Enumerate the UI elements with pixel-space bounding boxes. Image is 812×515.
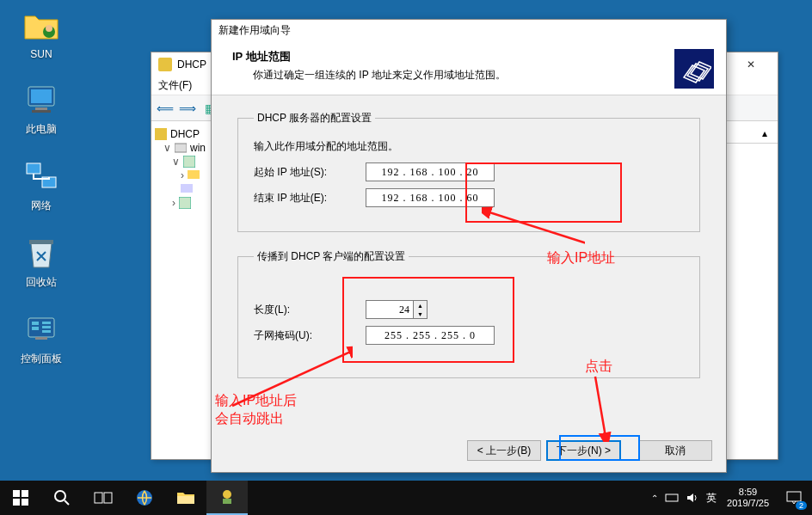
svg-rect-4 bbox=[35, 107, 47, 110]
svg-rect-8 bbox=[29, 240, 53, 244]
server-settings-group: DHCP 服务器的配置设置 输入此作用域分配的地址范围。 起始 IP 地址(S)… bbox=[237, 111, 700, 232]
cancel-button[interactable]: 取消 bbox=[638, 440, 712, 461]
folder-icon bbox=[176, 490, 195, 506]
svg-rect-3 bbox=[31, 89, 52, 103]
svg-rect-32 bbox=[104, 493, 112, 503]
svg-line-30 bbox=[65, 500, 69, 505]
tree-node-leaf1[interactable]: › bbox=[181, 169, 207, 181]
start-button[interactable] bbox=[0, 481, 41, 515]
app-icon bbox=[218, 487, 237, 506]
task-view-icon bbox=[94, 490, 113, 506]
scope-icon bbox=[183, 156, 195, 168]
back-button[interactable]: < 上一步(B) bbox=[467, 440, 541, 461]
wizard-footer: < 上一步(B) 下一步(N) > 取消 bbox=[212, 429, 726, 472]
svg-rect-25 bbox=[13, 490, 20, 497]
notification-badge: 2 bbox=[796, 501, 807, 510]
svg-rect-15 bbox=[35, 337, 47, 340]
action-center-button[interactable]: 2 bbox=[776, 481, 812, 515]
length-spinner[interactable]: ▲▼ bbox=[366, 300, 428, 319]
svg-point-29 bbox=[55, 491, 65, 501]
recycle-bin-icon bbox=[23, 236, 59, 272]
svg-rect-18 bbox=[183, 156, 195, 168]
tree-node-leaf2[interactable] bbox=[181, 183, 207, 195]
wizard-body: DHCP 服务器的配置设置 输入此作用域分配的地址范围。 起始 IP 地址(S)… bbox=[212, 95, 726, 438]
windows-icon bbox=[13, 490, 28, 506]
length-input[interactable] bbox=[366, 300, 414, 319]
wizard-header: IP 地址范围 你通过确定一组连续的 IP 地址来定义作用域地址范围。 bbox=[212, 40, 726, 95]
svg-rect-36 bbox=[223, 499, 231, 504]
svg-rect-38 bbox=[787, 492, 801, 501]
svg-rect-10 bbox=[32, 322, 39, 325]
end-ip-input[interactable]: 192 . 168 . 100 . 60 bbox=[366, 188, 495, 207]
spin-down-icon[interactable]: ▼ bbox=[414, 310, 427, 318]
desktop-icon-control-panel[interactable]: 控制面板 bbox=[9, 312, 74, 366]
task-view-button[interactable] bbox=[83, 481, 124, 515]
wizard-banner-icon bbox=[674, 49, 714, 89]
ipv6-icon bbox=[179, 197, 191, 209]
taskbar-ie[interactable] bbox=[124, 481, 165, 515]
system-tray[interactable]: ⌃ 英 bbox=[648, 481, 720, 515]
options-icon bbox=[181, 183, 193, 195]
svg-point-35 bbox=[223, 490, 231, 499]
dhcp-icon bbox=[155, 128, 167, 140]
wizard-title-text: 新建作用域向导 bbox=[218, 23, 291, 38]
svg-rect-12 bbox=[42, 322, 51, 324]
computer-icon bbox=[23, 83, 59, 119]
desktop-icon-label: 网络 bbox=[9, 199, 74, 213]
tray-chevron-icon[interactable]: ⌃ bbox=[651, 494, 658, 503]
tree-node-dhcp[interactable]: DHCP bbox=[155, 128, 207, 140]
svg-rect-6 bbox=[27, 163, 40, 174]
desktop-icon-recycle-bin[interactable]: 回收站 bbox=[9, 236, 74, 290]
search-icon bbox=[53, 489, 71, 506]
taskbar: ⌃ 英 8:59 2019/7/25 2 bbox=[0, 481, 812, 515]
close-button[interactable]: ✕ bbox=[731, 52, 771, 77]
desktop: SUN 此电脑 网络 回收站 控制面板 bbox=[0, 0, 812, 515]
desktop-icon-sun[interactable]: SUN bbox=[9, 9, 74, 60]
tree-label: win bbox=[190, 142, 206, 154]
svg-rect-21 bbox=[179, 197, 191, 209]
svg-rect-16 bbox=[155, 128, 167, 140]
server-icon bbox=[175, 142, 187, 154]
spinner-buttons[interactable]: ▲▼ bbox=[414, 300, 428, 319]
clock-time: 8:59 bbox=[727, 487, 769, 498]
desktop-icons: SUN 此电脑 网络 回收站 控制面板 bbox=[9, 9, 77, 389]
subnet-mask-input[interactable]: 255 . 255 . 255 . 0 bbox=[366, 326, 495, 345]
toolbar-back-button[interactable]: ⟸ bbox=[155, 98, 175, 119]
svg-rect-31 bbox=[95, 493, 102, 503]
tree-node-sub[interactable]: ∨ bbox=[172, 156, 207, 168]
tray-volume-icon[interactable] bbox=[686, 492, 699, 504]
folder-icon bbox=[23, 9, 59, 45]
subnet-mask-label: 子网掩码(U): bbox=[254, 328, 366, 343]
svg-rect-26 bbox=[22, 490, 28, 497]
taskbar-clock[interactable]: 8:59 2019/7/25 bbox=[720, 487, 776, 509]
tray-network-icon[interactable] bbox=[665, 492, 679, 504]
ie-icon bbox=[134, 487, 155, 508]
start-ip-input[interactable]: 192 . 168 . 100 . 20 bbox=[366, 162, 495, 181]
ime-indicator[interactable]: 英 bbox=[706, 491, 717, 506]
toolbar-forward-button[interactable]: ⟹ bbox=[177, 98, 198, 119]
svg-rect-37 bbox=[666, 494, 678, 501]
next-button[interactable]: 下一步(N) > bbox=[546, 440, 621, 461]
tree-node-server[interactable]: ∨ win bbox=[163, 142, 207, 154]
end-ip-label: 结束 IP 地址(E): bbox=[254, 191, 366, 205]
wizard-titlebar[interactable]: 新建作用域向导 bbox=[212, 20, 726, 40]
group1-legend: DHCP 服务器的配置设置 bbox=[254, 111, 375, 126]
desktop-icon-this-pc[interactable]: 此电脑 bbox=[9, 83, 74, 137]
spin-up-icon[interactable]: ▲ bbox=[414, 301, 427, 310]
taskbar-app[interactable] bbox=[206, 481, 248, 515]
desktop-icon-network[interactable]: 网络 bbox=[9, 159, 74, 213]
desktop-icon-label: 此电脑 bbox=[9, 122, 74, 137]
mmc-tree[interactable]: DHCP ∨ win ∨ › › bbox=[151, 123, 212, 459]
taskbar-explorer[interactable] bbox=[165, 481, 206, 515]
wizard-heading: IP 地址范围 bbox=[232, 49, 714, 64]
svg-rect-27 bbox=[13, 499, 20, 506]
tree-label: DHCP bbox=[170, 128, 200, 140]
new-scope-wizard-dialog: 新建作用域向导 IP 地址范围 你通过确定一组连续的 IP 地址来定义作用域地址… bbox=[211, 19, 727, 473]
control-panel-icon bbox=[23, 312, 59, 348]
wizard-subheading: 你通过确定一组连续的 IP 地址来定义作用域地址范围。 bbox=[253, 68, 714, 83]
collapse-up-icon[interactable]: ▴ bbox=[757, 126, 772, 140]
menu-file[interactable]: 文件(F) bbox=[158, 78, 192, 93]
svg-rect-20 bbox=[181, 184, 193, 193]
search-button[interactable] bbox=[41, 481, 83, 515]
tree-node-leaf3[interactable]: › bbox=[172, 197, 207, 209]
